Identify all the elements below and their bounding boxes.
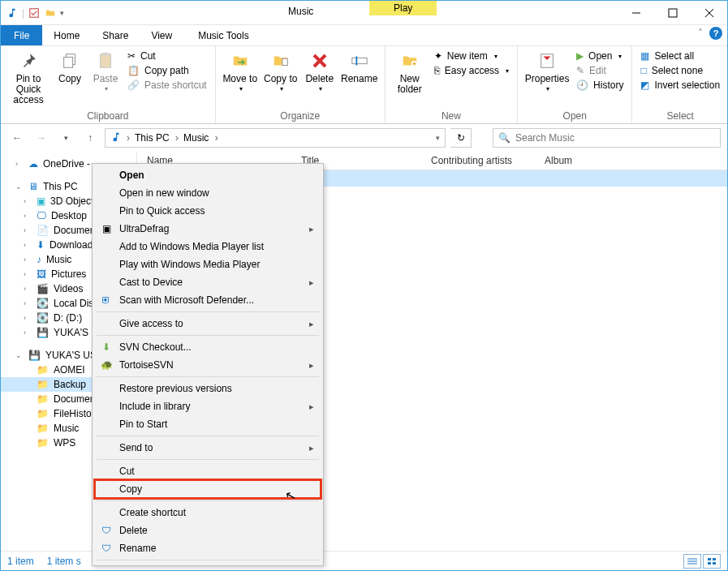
column-album[interactable]: Album xyxy=(545,155,572,166)
svg-rect-0 xyxy=(30,8,39,17)
cm-restore-previous[interactable]: Restore previous versions xyxy=(95,380,321,397)
details-view-button[interactable] xyxy=(683,554,701,569)
history-button[interactable]: 🕘History xyxy=(573,79,627,92)
new-folder-button[interactable]: New folder xyxy=(390,48,429,97)
contextual-tab-play: Play xyxy=(369,1,437,15)
copy-path-button[interactable]: 📋Copy path xyxy=(124,64,210,77)
picture-icon: 🖼 xyxy=(37,268,46,280)
scissors-icon: ✂ xyxy=(127,50,136,62)
svg-rect-2 xyxy=(669,9,677,17)
usb-icon: 💾 xyxy=(37,327,49,338)
cm-pin-start[interactable]: Pin to Start xyxy=(95,415,321,433)
cm-include-library[interactable]: Include in library▸ xyxy=(95,397,321,415)
group-label: New xyxy=(390,109,512,123)
cut-button[interactable]: ✂Cut xyxy=(124,49,210,62)
cm-cast-device[interactable]: Cast to Device▸ xyxy=(95,273,321,291)
cm-open[interactable]: Open xyxy=(95,166,321,184)
back-button[interactable]: ← xyxy=(7,128,27,148)
rename-icon xyxy=(347,49,373,72)
folder-icon: 📁 xyxy=(37,423,49,434)
cm-svn-checkout[interactable]: ⬇SVN Checkout... xyxy=(95,338,321,356)
usb-icon: 💾 xyxy=(28,350,41,361)
edit-button[interactable]: ✎Edit xyxy=(573,64,627,77)
breadcrumb[interactable]: This PC xyxy=(135,132,179,144)
video-icon: 🎬 xyxy=(37,283,49,294)
cm-play-wmp[interactable]: Play with Windows Media Player xyxy=(95,255,321,273)
address-bar[interactable]: › This PC Music ▾ xyxy=(105,128,446,148)
select-all-icon: ▦ xyxy=(640,50,649,62)
svg-rect-13 xyxy=(541,54,554,68)
folder-icon: 📁 xyxy=(37,393,49,405)
new-item-button[interactable]: ✦New item▾ xyxy=(431,49,512,62)
qat-dropdown-icon[interactable]: ▾ xyxy=(60,9,64,17)
music-note-icon xyxy=(6,6,19,19)
quick-access-toolbar: | ▾ xyxy=(1,6,69,19)
select-none-button[interactable]: □Select none xyxy=(637,64,723,77)
folder-icon: 📁 xyxy=(37,379,49,390)
cm-delete[interactable]: 🛡Delete xyxy=(95,522,321,539)
folder-icon[interactable] xyxy=(44,6,57,19)
address-dropdown-icon[interactable]: ▾ xyxy=(436,134,440,142)
cm-open-new-window[interactable]: Open in new window xyxy=(95,184,321,202)
cm-rename[interactable]: 🛡Rename xyxy=(95,539,321,557)
ultradefrag-icon: ▣ xyxy=(100,222,113,235)
cm-ultradefrag[interactable]: ▣UltraDefrag▸ xyxy=(95,220,321,238)
maximize-button[interactable] xyxy=(654,1,691,25)
cm-cut[interactable]: Cut xyxy=(95,462,321,480)
large-icons-view-button[interactable] xyxy=(703,554,721,569)
chevron-right-icon: ▸ xyxy=(309,360,314,371)
svg-rect-8 xyxy=(102,53,108,56)
chevron-right-icon: ▸ xyxy=(309,319,314,329)
tab-music-tools[interactable]: Music Tools xyxy=(187,27,260,45)
cm-separator xyxy=(97,560,319,560)
copy-button[interactable]: Copy xyxy=(53,48,87,86)
open-button[interactable]: ▶Open▾ xyxy=(573,49,627,62)
tortoise-icon: 🐢 xyxy=(100,358,113,371)
cm-tortoisesvn[interactable]: 🐢TortoiseSVN▸ xyxy=(95,356,321,374)
column-contributing[interactable]: Contributing artists xyxy=(431,155,512,166)
paste-button[interactable]: Paste▾ xyxy=(88,48,123,95)
new-folder-icon xyxy=(397,49,423,72)
tab-view[interactable]: View xyxy=(140,27,183,45)
cm-add-wmp-list[interactable]: Add to Windows Media Player list xyxy=(95,238,321,255)
copy-to-button[interactable]: Copy to▾ xyxy=(261,48,300,95)
search-box[interactable]: 🔍 xyxy=(493,128,721,148)
help-icon[interactable]: ? xyxy=(709,27,722,40)
delete-button[interactable]: Delete▾ xyxy=(302,48,338,95)
breadcrumb[interactable]: Music xyxy=(183,132,218,144)
tab-share[interactable]: Share xyxy=(91,27,140,45)
invert-selection-button[interactable]: ◩Invert selection xyxy=(637,79,723,92)
forward-button[interactable]: → xyxy=(32,128,51,148)
tab-home[interactable]: Home xyxy=(42,27,91,45)
tab-file[interactable]: File xyxy=(1,25,42,45)
history-icon: 🕘 xyxy=(576,79,588,91)
cm-scan-defender[interactable]: ⛨Scan with Microsoft Defender... xyxy=(95,291,321,309)
properties-icon xyxy=(534,49,560,72)
refresh-button[interactable]: ↻ xyxy=(450,128,472,148)
move-to-button[interactable]: Move to▾ xyxy=(221,48,260,95)
search-input[interactable] xyxy=(515,132,715,144)
up-button[interactable]: ↑ xyxy=(80,128,100,148)
properties-button[interactable]: Properties▾ xyxy=(523,48,571,95)
select-all-button[interactable]: ▦Select all xyxy=(637,49,723,62)
new-item-icon: ✦ xyxy=(434,50,442,62)
collapse-ribbon-icon[interactable]: ˄ xyxy=(698,28,703,39)
chevron-right-icon: ▸ xyxy=(309,277,314,288)
cm-create-shortcut[interactable]: Create shortcut xyxy=(95,504,321,522)
checkbox-icon[interactable] xyxy=(28,6,41,19)
rename-button[interactable]: Rename xyxy=(339,48,380,86)
recent-locations-button[interactable]: ▾ xyxy=(56,128,75,148)
close-button[interactable] xyxy=(691,1,727,25)
folder-icon: 📁 xyxy=(37,408,49,419)
cm-send-to[interactable]: Send to▸ xyxy=(95,439,321,457)
cm-pin-quick-access[interactable]: Pin to Quick access xyxy=(95,202,321,220)
easy-access-button[interactable]: ⎘Easy access▾ xyxy=(431,64,512,77)
ribbon-group-clipboard: Pin to Quick access Copy Paste▾ ✂Cut 📋Co… xyxy=(1,46,216,123)
copy-icon xyxy=(57,49,83,72)
paste-shortcut-button[interactable]: 🔗Paste shortcut xyxy=(124,79,210,92)
qat-separator: | xyxy=(22,7,24,19)
pin-quick-access-button[interactable]: Pin to Quick access xyxy=(6,48,51,108)
open-icon: ▶ xyxy=(576,50,584,62)
cm-give-access[interactable]: Give access to▸ xyxy=(95,315,321,333)
minimize-button[interactable] xyxy=(618,1,654,25)
